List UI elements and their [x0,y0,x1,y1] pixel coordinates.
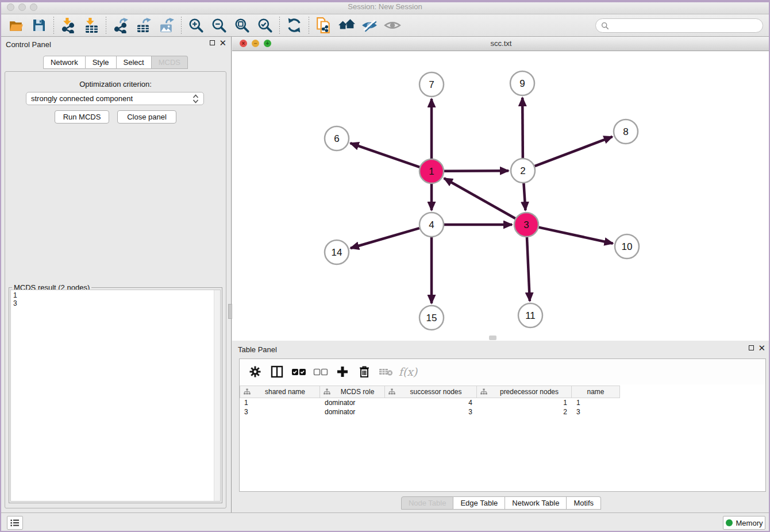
home-icon[interactable] [335,16,358,34]
tab-motifs[interactable]: Motifs [567,496,601,510]
node-label-6: 6 [334,133,339,144]
table-cell[interactable]: 2 [477,407,572,417]
tab-style[interactable]: Style [86,56,117,69]
node-label-8: 8 [623,126,628,137]
table-cell[interactable]: 3 [572,407,620,417]
table-row[interactable]: 3dominator323 [240,407,765,417]
close-panel-icon[interactable]: ✕ [758,345,765,351]
edge-1-2[interactable] [444,171,509,171]
network-document-icon[interactable] [312,16,335,34]
table-panel: Table Panel ✕ [232,342,770,512]
float-panel-icon[interactable] [210,40,215,45]
main-toolbar [0,14,770,37]
column-header-name[interactable]: name [572,385,620,398]
zoom-fit-icon[interactable] [230,16,253,34]
edge-1-6[interactable] [351,143,420,167]
delete-table-icon[interactable] [376,363,396,381]
node-table-container: f(x) shared nameMCDS rolesuccessor nodes… [239,358,766,492]
hide-details-icon[interactable] [358,16,381,34]
edge-3-10[interactable] [538,228,613,244]
split-column-icon[interactable] [267,363,287,381]
task-list-button[interactable] [7,516,23,530]
table-cell[interactable]: 1 [240,398,320,407]
mcds-result-group: MCDS result (2 nodes) 13 [9,283,222,503]
table-toolbar: f(x) [240,359,765,384]
edge-3-1[interactable] [444,178,515,218]
column-header-successor-nodes[interactable]: successor nodes [385,385,477,398]
tab-select[interactable]: Select [117,56,152,69]
select-all-checkboxes-icon[interactable] [289,363,309,381]
close-panel-button[interactable]: Close panel [117,110,176,124]
tab-mcds[interactable]: MCDS [152,56,188,69]
control-panel: Control Panel ✕ NetworkStyleSelectMCDS O… [0,37,232,512]
close-panel-icon[interactable]: ✕ [219,40,226,46]
tab-network-table[interactable]: Network Table [505,496,567,510]
refresh-icon[interactable] [283,16,306,34]
function-builder-icon[interactable]: f(x) [398,363,418,381]
status-bar: Memory [0,512,770,532]
edge-2-9[interactable] [522,98,523,158]
tab-edge-table[interactable]: Edge Table [453,496,505,510]
zoom-in-icon[interactable] [184,16,207,34]
panel-splitter-handle[interactable] [228,304,232,319]
table-cell[interactable]: dominator [320,407,385,417]
float-panel-icon[interactable] [749,345,754,350]
save-icon[interactable] [28,16,51,34]
hierarchy-icon [480,388,487,395]
table-row[interactable]: 1dominator411 [240,398,765,407]
delete-column-icon[interactable] [355,363,374,381]
run-mcds-button[interactable]: Run MCDS [55,110,109,124]
zoom-selected-icon[interactable] [253,16,276,34]
optimization-criterion-label: Optimization criterion: [5,80,226,88]
view-splitter-handle[interactable] [489,336,496,340]
network-view-window: × – + scc.txt 7968124314101511 [232,37,770,341]
mcds-result-value: 1 [13,291,218,299]
mcds-result-text[interactable]: 13 [10,290,221,502]
export-table-icon[interactable] [132,16,155,34]
table-cell[interactable]: 1 [477,398,572,407]
show-details-icon[interactable] [381,16,404,34]
memory-label: Memory [736,519,763,527]
memory-button[interactable]: Memory [723,516,765,530]
table-cell[interactable]: 1 [572,398,620,407]
edge-3-11[interactable] [527,237,530,301]
column-header-shared-name[interactable]: shared name [240,385,320,398]
edge-4-14[interactable] [351,228,419,248]
scrollbar[interactable] [214,290,220,501]
search-field[interactable] [595,18,763,33]
network-canvas[interactable]: 7968124314101511 [232,51,770,341]
table-cell[interactable]: 4 [385,398,477,407]
session-title: Session: New Session [0,2,770,11]
gear-icon[interactable] [245,363,265,381]
chevron-up-down-icon [192,94,199,103]
control-panel-header: Control Panel ✕ [0,37,231,52]
column-header-MCDS-role[interactable]: MCDS role [320,385,385,398]
tab-node-table[interactable]: Node Table [401,496,454,510]
add-column-icon[interactable] [333,363,352,381]
tab-network[interactable]: Network [43,56,86,69]
table-cell[interactable]: 3 [385,407,477,417]
export-network-icon[interactable] [109,16,132,34]
table-cell[interactable]: 3 [240,407,320,417]
node-label-7: 7 [429,79,434,90]
import-table-icon[interactable] [80,16,103,34]
mcds-result-value: 3 [13,299,218,307]
zoom-out-icon[interactable] [207,16,230,34]
export-image-icon[interactable] [155,16,178,34]
node-label-3: 3 [523,219,529,230]
column-header-predecessor-nodes[interactable]: predecessor nodes [477,385,572,398]
import-network-icon[interactable] [57,16,80,34]
table-cell[interactable]: dominator [320,398,385,407]
edge-2-8[interactable] [535,137,613,166]
deselect-checkboxes-icon[interactable] [311,363,330,381]
hierarchy-icon [388,388,395,395]
network-graph[interactable]: 7968124314101511 [232,51,770,341]
search-input[interactable] [609,21,757,30]
table-panel-title: Table Panel [238,345,277,354]
open-folder-icon[interactable] [5,16,28,34]
optimization-criterion-dropdown[interactable]: strongly connected component [26,92,204,105]
network-window-titlebar[interactable]: × – + scc.txt [232,37,770,51]
edge-2-3[interactable] [523,183,525,210]
application-window: Session: New Session [0,0,770,532]
node-label-11: 11 [525,310,536,321]
